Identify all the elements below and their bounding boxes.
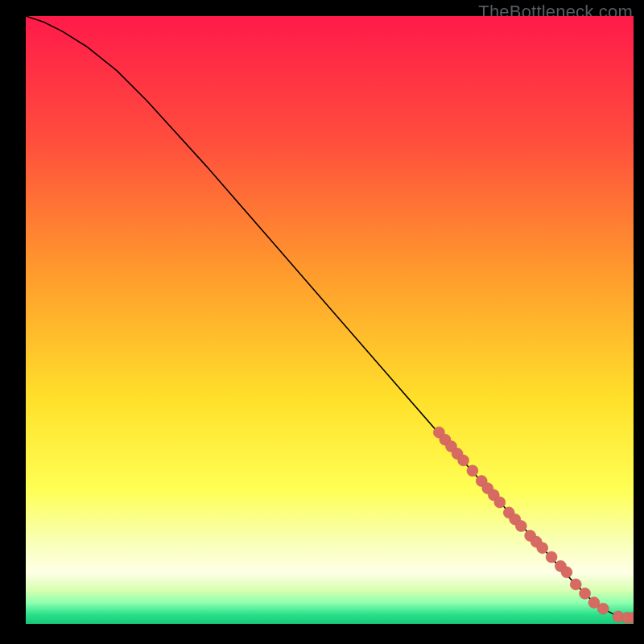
plot-svg (26, 16, 634, 624)
marker-point (458, 455, 469, 466)
marker-point (515, 520, 526, 531)
marker-point (561, 567, 572, 578)
marker-point (537, 543, 548, 554)
marker-point (546, 551, 557, 563)
chart-stage: TheBottleneck.com (0, 0, 644, 644)
marker-point (467, 465, 478, 477)
plot-area (26, 16, 634, 624)
gradient-background (26, 16, 634, 624)
marker-point (580, 588, 591, 599)
marker-point (570, 579, 581, 590)
marker-point (597, 603, 609, 614)
marker-point (494, 497, 506, 508)
